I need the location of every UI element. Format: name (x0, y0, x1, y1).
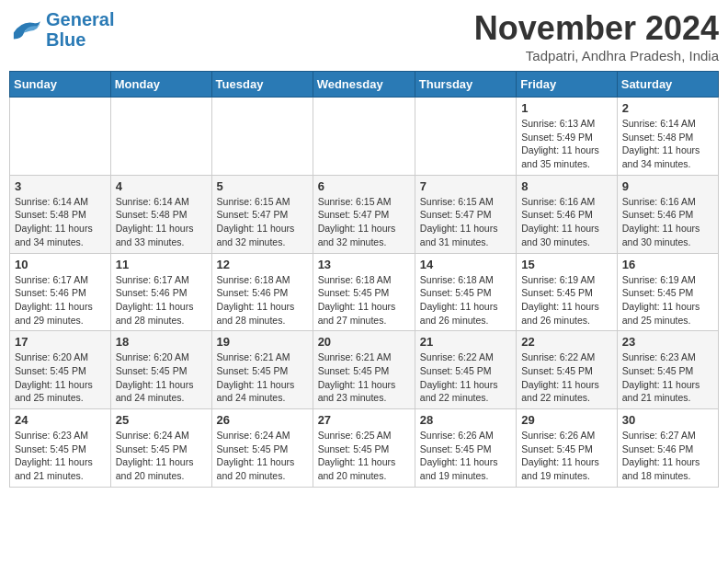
day-number: 8 (521, 179, 612, 193)
subtitle: Tadpatri, Andhra Pradesh, India (474, 48, 719, 63)
day-number: 27 (318, 413, 410, 427)
day-number: 19 (217, 335, 308, 349)
calendar-cell: 12Sunrise: 6:18 AM Sunset: 5:46 PM Dayli… (211, 253, 313, 331)
day-number: 7 (420, 179, 511, 193)
calendar-header: SundayMondayTuesdayWednesdayThursdayFrid… (10, 72, 719, 98)
day-info: Sunrise: 6:15 AM Sunset: 5:47 PM Dayligh… (420, 195, 511, 249)
day-info: Sunrise: 6:18 AM Sunset: 5:45 PM Dayligh… (420, 273, 511, 327)
day-number: 13 (318, 258, 410, 271)
day-number: 21 (420, 335, 511, 349)
day-number: 18 (116, 335, 207, 349)
day-info: Sunrise: 6:26 AM Sunset: 5:45 PM Dayligh… (521, 429, 612, 483)
calendar-cell: 11Sunrise: 6:17 AM Sunset: 5:46 PM Dayli… (110, 253, 211, 331)
calendar-cell: 3Sunrise: 6:14 AM Sunset: 5:48 PM Daylig… (10, 175, 111, 253)
day-number: 6 (318, 179, 410, 193)
calendar-cell: 9Sunrise: 6:16 AM Sunset: 5:46 PM Daylig… (617, 175, 718, 253)
column-header-thursday: Thursday (415, 72, 516, 98)
calendar-cell: 24Sunrise: 6:23 AM Sunset: 5:45 PM Dayli… (10, 409, 111, 488)
day-info: Sunrise: 6:14 AM Sunset: 5:48 PM Dayligh… (116, 195, 207, 249)
calendar-cell: 27Sunrise: 6:25 AM Sunset: 5:45 PM Dayli… (313, 409, 415, 488)
calendar-row: 10Sunrise: 6:17 AM Sunset: 5:46 PM Dayli… (10, 253, 719, 331)
day-info: Sunrise: 6:19 AM Sunset: 5:45 PM Dayligh… (521, 273, 612, 327)
calendar-cell: 7Sunrise: 6:15 AM Sunset: 5:47 PM Daylig… (415, 175, 516, 253)
calendar-cell: 15Sunrise: 6:19 AM Sunset: 5:45 PM Dayli… (517, 253, 618, 331)
calendar-cell: 4Sunrise: 6:14 AM Sunset: 5:48 PM Daylig… (110, 175, 211, 253)
day-number: 4 (116, 179, 207, 193)
day-info: Sunrise: 6:22 AM Sunset: 5:45 PM Dayligh… (420, 350, 511, 405)
calendar-cell: 20Sunrise: 6:21 AM Sunset: 5:45 PM Dayli… (313, 331, 415, 409)
column-header-saturday: Saturday (617, 72, 718, 98)
calendar-cell: 6Sunrise: 6:15 AM Sunset: 5:47 PM Daylig… (313, 175, 415, 253)
logo-text: General Blue (46, 9, 114, 50)
day-info: Sunrise: 6:15 AM Sunset: 5:47 PM Dayligh… (217, 195, 308, 249)
day-number: 23 (622, 335, 713, 349)
calendar-cell (10, 98, 111, 176)
calendar-cell: 22Sunrise: 6:22 AM Sunset: 5:45 PM Dayli… (517, 331, 618, 409)
day-number: 2 (622, 101, 713, 115)
day-info: Sunrise: 6:23 AM Sunset: 5:45 PM Dayligh… (622, 350, 713, 405)
day-info: Sunrise: 6:27 AM Sunset: 5:46 PM Dayligh… (622, 429, 713, 483)
day-info: Sunrise: 6:20 AM Sunset: 5:45 PM Dayligh… (116, 350, 207, 405)
day-number: 30 (622, 413, 713, 427)
day-info: Sunrise: 6:16 AM Sunset: 5:46 PM Dayligh… (521, 195, 612, 249)
calendar-cell (313, 98, 415, 176)
day-info: Sunrise: 6:14 AM Sunset: 5:48 PM Dayligh… (622, 117, 713, 171)
day-info: Sunrise: 6:17 AM Sunset: 5:46 PM Dayligh… (116, 273, 207, 327)
logo-icon (9, 17, 42, 42)
column-header-tuesday: Tuesday (211, 72, 313, 98)
column-header-wednesday: Wednesday (313, 72, 415, 98)
day-number: 22 (521, 335, 612, 349)
calendar-row: 17Sunrise: 6:20 AM Sunset: 5:45 PM Dayli… (10, 331, 719, 409)
calendar-cell: 5Sunrise: 6:15 AM Sunset: 5:47 PM Daylig… (211, 175, 313, 253)
day-info: Sunrise: 6:24 AM Sunset: 5:45 PM Dayligh… (116, 429, 207, 483)
calendar-cell (211, 98, 313, 176)
day-number: 9 (622, 179, 713, 193)
day-info: Sunrise: 6:17 AM Sunset: 5:46 PM Dayligh… (15, 273, 106, 327)
calendar-table: SundayMondayTuesdayWednesdayThursdayFrid… (9, 71, 719, 488)
day-number: 24 (15, 413, 106, 427)
calendar-cell: 28Sunrise: 6:26 AM Sunset: 5:45 PM Dayli… (415, 409, 516, 488)
day-info: Sunrise: 6:26 AM Sunset: 5:45 PM Dayligh… (420, 429, 511, 483)
day-info: Sunrise: 6:14 AM Sunset: 5:48 PM Dayligh… (15, 195, 106, 249)
day-info: Sunrise: 6:19 AM Sunset: 5:45 PM Dayligh… (622, 273, 713, 327)
calendar-cell: 10Sunrise: 6:17 AM Sunset: 5:46 PM Dayli… (10, 253, 111, 331)
day-info: Sunrise: 6:16 AM Sunset: 5:46 PM Dayligh… (622, 195, 713, 249)
calendar-cell: 14Sunrise: 6:18 AM Sunset: 5:45 PM Dayli… (415, 253, 516, 331)
day-info: Sunrise: 6:13 AM Sunset: 5:49 PM Dayligh… (521, 117, 612, 171)
page-header: General Blue November 2024 Tadpatri, And… (9, 9, 719, 63)
day-info: Sunrise: 6:24 AM Sunset: 5:45 PM Dayligh… (217, 429, 308, 483)
day-number: 17 (15, 335, 106, 349)
day-info: Sunrise: 6:22 AM Sunset: 5:45 PM Dayligh… (521, 350, 612, 405)
day-info: Sunrise: 6:23 AM Sunset: 5:45 PM Dayligh… (15, 429, 106, 483)
calendar-row: 1Sunrise: 6:13 AM Sunset: 5:49 PM Daylig… (10, 98, 719, 176)
calendar-cell: 23Sunrise: 6:23 AM Sunset: 5:45 PM Dayli… (617, 331, 718, 409)
calendar-cell (110, 98, 211, 176)
column-header-friday: Friday (517, 72, 618, 98)
calendar-cell: 17Sunrise: 6:20 AM Sunset: 5:45 PM Dayli… (10, 331, 111, 409)
day-info: Sunrise: 6:18 AM Sunset: 5:46 PM Dayligh… (217, 273, 308, 327)
calendar-cell: 8Sunrise: 6:16 AM Sunset: 5:46 PM Daylig… (517, 175, 618, 253)
day-number: 11 (116, 258, 207, 271)
calendar-cell (415, 98, 516, 176)
calendar-cell: 2Sunrise: 6:14 AM Sunset: 5:48 PM Daylig… (617, 98, 718, 176)
calendar-body: 1Sunrise: 6:13 AM Sunset: 5:49 PM Daylig… (10, 98, 719, 488)
day-info: Sunrise: 6:21 AM Sunset: 5:45 PM Dayligh… (217, 350, 308, 405)
calendar-cell: 1Sunrise: 6:13 AM Sunset: 5:49 PM Daylig… (517, 98, 618, 176)
day-number: 26 (217, 413, 308, 427)
day-info: Sunrise: 6:21 AM Sunset: 5:45 PM Dayligh… (318, 350, 410, 405)
calendar-cell: 16Sunrise: 6:19 AM Sunset: 5:45 PM Dayli… (617, 253, 718, 331)
calendar-cell: 26Sunrise: 6:24 AM Sunset: 5:45 PM Dayli… (211, 409, 313, 488)
title-section: November 2024 Tadpatri, Andhra Pradesh, … (474, 9, 719, 63)
day-number: 14 (420, 258, 511, 271)
day-info: Sunrise: 6:15 AM Sunset: 5:47 PM Dayligh… (318, 195, 410, 249)
calendar-cell: 30Sunrise: 6:27 AM Sunset: 5:46 PM Dayli… (617, 409, 718, 488)
column-header-sunday: Sunday (10, 72, 111, 98)
calendar-cell: 18Sunrise: 6:20 AM Sunset: 5:45 PM Dayli… (110, 331, 211, 409)
calendar-cell: 25Sunrise: 6:24 AM Sunset: 5:45 PM Dayli… (110, 409, 211, 488)
day-number: 10 (15, 258, 106, 271)
day-number: 29 (521, 413, 612, 427)
day-number: 3 (15, 179, 106, 193)
day-number: 16 (622, 258, 713, 271)
day-number: 1 (521, 101, 612, 115)
month-title: November 2024 (474, 9, 719, 48)
